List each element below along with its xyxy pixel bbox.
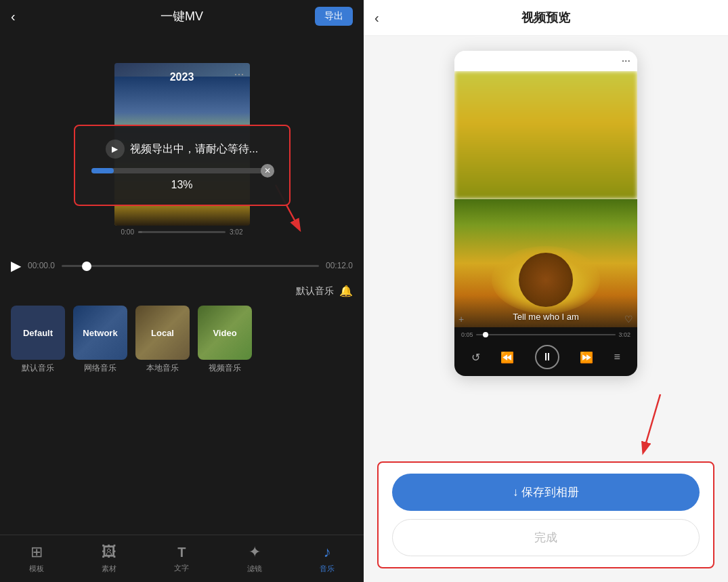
music-categories: Default 默认音乐 Network 网络音乐 Local 本地音乐 Vid…: [11, 303, 353, 379]
progress-track: ✕: [91, 168, 265, 173]
video-preview-area: 2023 ··· 0:00 3:02 ▶ 视频导出中，请耐心等待... ✕: [0, 33, 364, 249]
music-cat-thumb-local: Local: [135, 306, 190, 360]
pause-icon: ⏸: [542, 351, 553, 363]
phone-track-dot[interactable]: [483, 332, 488, 337]
svg-line-3: [643, 394, 660, 452]
toolbar-template[interactable]: ⊞ 模板: [29, 543, 44, 574]
red-arrow-right: [633, 391, 674, 459]
three-dots-thumb[interactable]: ···: [234, 67, 244, 81]
playback-track[interactable]: [62, 265, 319, 267]
speaker-icon[interactable]: 🔔: [339, 285, 353, 297]
phone-video-top: [454, 71, 637, 199]
current-time: 00:00.0: [28, 261, 55, 270]
play-icon-small: ▶: [106, 140, 125, 159]
phone-controls-row: ↺ ⏪ ⏸ ⏩ ≡: [461, 342, 630, 372]
right-panel: ‹ 视频预览 ··· Tell me who I am: [364, 0, 728, 582]
back-button-right[interactable]: ‹: [374, 10, 379, 26]
phone-mockup: ··· Tell me who I am + ♡: [454, 51, 637, 376]
export-text: ▶ 视频导出中，请耐心等待...: [106, 140, 258, 159]
right-title: 视频预览: [521, 9, 570, 26]
left-title: 一键MV: [160, 8, 203, 24]
music-icon: ♪: [324, 543, 331, 561]
phone-heart-icon[interactable]: ♡: [624, 314, 633, 325]
text-label: 文字: [174, 563, 189, 573]
music-label: 默认音乐: [296, 285, 334, 297]
music-cat-default[interactable]: Default 默认音乐: [11, 306, 65, 374]
phone-loop-button[interactable]: ↺: [471, 351, 480, 364]
playback-controls: ▶ 00:00.0 00:12.0: [0, 252, 364, 279]
music-cat-label-video-en: Video: [213, 328, 236, 338]
playback-thumb[interactable]: [82, 262, 91, 271]
music-cat-network[interactable]: Network 网络音乐: [73, 306, 127, 374]
timeline-bar: 0:00 3:02: [114, 228, 250, 236]
timeline-progress: [138, 231, 142, 233]
filter-icon: ✦: [249, 543, 261, 561]
text-icon: T: [177, 545, 186, 560]
play-button-main[interactable]: ▶: [11, 257, 21, 274]
phone-pause-button[interactable]: ⏸: [535, 345, 559, 369]
save-to-album-button[interactable]: ↓ 保存到相册: [392, 474, 700, 511]
time-start: 0:00: [121, 228, 134, 236]
music-section: 默认音乐 🔔 Default 默认音乐 Network 网络音乐 Local 本: [0, 279, 364, 385]
total-time: 00:12.0: [326, 261, 353, 270]
phone-video-bottom: Tell me who I am + ♡: [454, 199, 637, 327]
phone-timeline: 0:05 3:02: [461, 331, 630, 338]
left-panel: ‹ 一键MV 导出 2023 ··· 0:00 3:02 ▶: [0, 0, 364, 582]
progress-fill: [91, 168, 114, 173]
material-icon: 🖼: [102, 543, 116, 561]
phone-rewind-button[interactable]: ⏪: [500, 351, 514, 364]
music-label-tb: 音乐: [320, 564, 335, 574]
export-message: 视频导出中，请耐心等待...: [130, 142, 258, 157]
left-header: ‹ 一键MV 导出: [0, 0, 364, 33]
export-button[interactable]: 导出: [315, 7, 353, 26]
phone-controls-area: 0:05 3:02 ↺ ⏪ ⏸ ⏩ ≡: [454, 327, 637, 376]
phone-time-end: 3:02: [618, 331, 630, 338]
toolbar-filter[interactable]: ✦ 滤镜: [247, 543, 262, 574]
template-label: 模板: [29, 564, 44, 574]
phone-video-container: Tell me who I am + ♡: [454, 71, 637, 327]
red-arrow-container-right: [364, 391, 728, 459]
phone-mockup-area: ··· Tell me who I am + ♡: [364, 36, 728, 391]
time-end: 3:02: [230, 228, 242, 236]
material-label: 素材: [102, 564, 116, 574]
phone-forward-button[interactable]: ⏩: [580, 351, 593, 364]
bottom-toolbar: ⊞ 模板 🖼 素材 T 文字 ✦ 滤镜 ♪ 音乐: [0, 535, 364, 582]
music-cat-sublabel-local: 本地音乐: [146, 362, 179, 374]
export-progress-box: ▶ 视频导出中，请耐心等待... ✕ 13%: [74, 125, 291, 206]
year-text: 2023: [170, 71, 194, 83]
action-buttons-area: ↓ 保存到相册 完成: [377, 461, 714, 568]
sunflower-center: [519, 253, 573, 307]
music-label-row: 默认音乐 🔔: [11, 285, 353, 297]
done-button[interactable]: 完成: [392, 519, 700, 556]
music-cat-video[interactable]: Video 视频音乐: [198, 306, 252, 374]
progress-cancel-button[interactable]: ✕: [261, 164, 274, 178]
music-cat-label-network-en: Network: [83, 328, 117, 338]
music-cat-label-default-en: Default: [23, 328, 53, 338]
template-icon: ⊞: [30, 543, 43, 561]
phone-song-text: Tell me who I am: [454, 312, 637, 322]
music-cat-thumb-video: Video: [198, 306, 252, 360]
progress-percent: 13%: [171, 179, 192, 191]
toolbar-music[interactable]: ♪ 音乐: [320, 543, 335, 574]
phone-plus-icon[interactable]: +: [458, 314, 464, 325]
phone-three-dots[interactable]: ···: [622, 55, 630, 67]
toolbar-material[interactable]: 🖼 素材: [102, 543, 116, 574]
music-cat-sublabel-network: 网络音乐: [84, 362, 116, 374]
music-cat-thumb-network: Network: [73, 306, 127, 360]
music-cat-label-local-en: Local: [151, 328, 174, 338]
music-cat-sublabel-video: 视频音乐: [209, 362, 241, 374]
phone-list-button[interactable]: ≡: [614, 351, 620, 363]
phone-time-start: 0:05: [461, 331, 473, 338]
toolbar-text[interactable]: T 文字: [174, 545, 189, 573]
music-cat-sublabel-default: 默认音乐: [22, 362, 54, 374]
timeline-track[interactable]: [138, 231, 226, 233]
phone-status-bar: ···: [454, 51, 637, 71]
right-header: ‹ 视频预览: [364, 0, 728, 36]
filter-label: 滤镜: [247, 564, 262, 574]
phone-track[interactable]: [476, 334, 616, 335]
back-button-left[interactable]: ‹: [11, 9, 16, 24]
music-cat-local[interactable]: Local 本地音乐: [135, 306, 190, 374]
music-cat-thumb-default: Default: [11, 306, 65, 360]
